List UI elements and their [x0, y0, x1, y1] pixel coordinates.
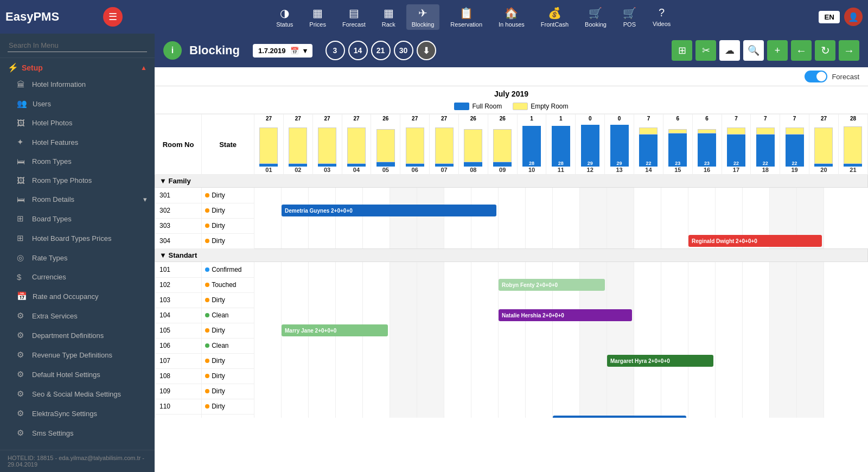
room-cell[interactable] [743, 218, 770, 233]
room-cell[interactable] [417, 414, 444, 418]
room-cell[interactable] [444, 384, 471, 399]
menu-button[interactable]: ☰ [103, 7, 123, 27]
room-cell[interactable] [634, 323, 661, 338]
room-cell[interactable] [336, 399, 363, 414]
room-cell[interactable] [553, 292, 580, 308]
room-cell[interactable] [499, 399, 526, 414]
room-cell[interactable] [688, 399, 716, 414]
room-cell[interactable] [309, 233, 336, 248]
room-cell[interactable] [309, 353, 336, 368]
room-cell[interactable] [634, 277, 661, 292]
room-cell[interactable] [797, 368, 824, 384]
room-cell[interactable] [363, 218, 390, 233]
room-cell[interactable] [336, 233, 363, 248]
room-cell[interactable] [254, 399, 282, 414]
room-cell[interactable] [770, 414, 797, 418]
room-cell[interactable] [471, 308, 499, 323]
day-btn-21[interactable]: 21 [371, 41, 391, 60]
room-cell[interactable] [526, 203, 553, 218]
room-cell[interactable] [743, 384, 770, 399]
room-cell[interactable] [471, 262, 499, 277]
room-cell[interactable] [444, 218, 471, 233]
booking-bar[interactable]: Margaret Hyra 2+0+0+0 [607, 355, 713, 367]
room-cell[interactable] [309, 338, 336, 353]
scissors-btn[interactable]: ✂ [695, 40, 716, 61]
room-cells-wrapper[interactable] [254, 262, 868, 278]
booking-bar[interactable]: Demetria Guynes 2+0+0+0 [282, 205, 496, 216]
room-cell[interactable] [363, 384, 390, 399]
room-cell[interactable] [254, 188, 282, 203]
room-cells-wrapper[interactable]: Marry Jane 2+0+0+0 [254, 323, 868, 338]
room-cell[interactable] [526, 368, 553, 384]
room-cell[interactable] [390, 262, 417, 277]
room-cell[interactable] [607, 203, 634, 218]
sidebar-item-hotel-board-types[interactable]: ⊞ Hotel Board Types Prices [0, 228, 155, 248]
sidebar-item-sms-settings[interactable]: ⚙ Sms Settings [0, 423, 155, 443]
room-cell[interactable] [634, 308, 661, 323]
room-cell[interactable] [444, 323, 471, 338]
room-cell[interactable] [390, 384, 417, 399]
room-cell[interactable] [526, 399, 553, 414]
sidebar-section-setup[interactable]: ⚡ Setup ▲ [0, 58, 155, 75]
room-cell[interactable] [553, 399, 580, 414]
nav-videos[interactable]: ? Videos [647, 4, 676, 30]
day-btn-3[interactable]: 3 [326, 41, 345, 60]
room-cell[interactable] [363, 368, 390, 384]
room-cell[interactable] [254, 233, 282, 248]
booking-bar[interactable]: Jessa Moore 2+0+0+0 [553, 416, 686, 418]
room-cell[interactable] [580, 399, 607, 414]
sidebar-item-default-hotel[interactable]: ⚙ Default Hotel Settings [0, 365, 155, 384]
room-cell[interactable] [309, 218, 336, 233]
room-cell[interactable] [770, 323, 797, 338]
room-cell[interactable] [634, 338, 661, 353]
room-cell[interactable] [390, 233, 417, 248]
room-cell[interactable] [743, 292, 770, 308]
room-cell[interactable] [471, 218, 499, 233]
room-cell[interactable] [743, 414, 770, 418]
room-cell[interactable] [390, 414, 417, 418]
nav-pos[interactable]: 🛒 POS [617, 4, 642, 30]
room-cell[interactable] [661, 218, 688, 233]
room-cell[interactable] [282, 292, 309, 308]
room-cell[interactable] [743, 308, 770, 323]
room-cell[interactable] [471, 368, 499, 384]
room-cell[interactable] [309, 368, 336, 384]
room-cell[interactable] [526, 338, 553, 353]
room-cell[interactable] [526, 218, 553, 233]
room-cell[interactable] [770, 384, 797, 399]
nav-inhouses[interactable]: 🏠 In houses [493, 4, 530, 30]
room-cell[interactable] [580, 262, 607, 277]
room-cell[interactable] [634, 292, 661, 308]
room-cells-wrapper[interactable]: Reginald Dwight 2+0+0+0 [254, 233, 868, 249]
room-cell[interactable] [309, 308, 336, 323]
room-cell[interactable] [363, 399, 390, 414]
room-cell[interactable] [688, 277, 716, 292]
room-cell[interactable] [634, 399, 661, 414]
room-cell[interactable] [444, 277, 471, 292]
nav-frontcash[interactable]: 💰 FrontCash [535, 4, 574, 30]
nav-reservation[interactable]: 📋 Reservation [445, 4, 488, 30]
room-cell[interactable] [390, 368, 417, 384]
day-btn-14[interactable]: 14 [348, 41, 368, 60]
room-cell[interactable] [661, 308, 688, 323]
room-cell[interactable] [688, 218, 716, 233]
room-cells-wrapper[interactable]: Robyn Fenty 2+0+0+0 [254, 277, 868, 292]
room-cell[interactable] [336, 277, 363, 292]
next-btn[interactable]: → [839, 40, 859, 61]
room-cell[interactable] [526, 323, 553, 338]
room-cell[interactable] [309, 277, 336, 292]
sidebar-item-extra-services[interactable]: ⚙ Extra Services [0, 306, 155, 326]
room-cell[interactable] [797, 203, 824, 218]
room-cell[interactable] [716, 338, 743, 353]
room-cell[interactable] [716, 368, 743, 384]
room-cell[interactable] [743, 353, 770, 368]
room-cell[interactable] [716, 188, 743, 203]
room-cell[interactable] [336, 414, 363, 418]
room-cell[interactable] [661, 203, 688, 218]
room-cell[interactable] [282, 188, 309, 203]
room-cell[interactable] [634, 203, 661, 218]
room-cells-wrapper[interactable] [254, 399, 868, 414]
scroll-area[interactable]: Room No State 27 01 27 02 27 [155, 114, 868, 418]
room-cell[interactable] [607, 218, 634, 233]
room-cell[interactable] [797, 277, 824, 292]
